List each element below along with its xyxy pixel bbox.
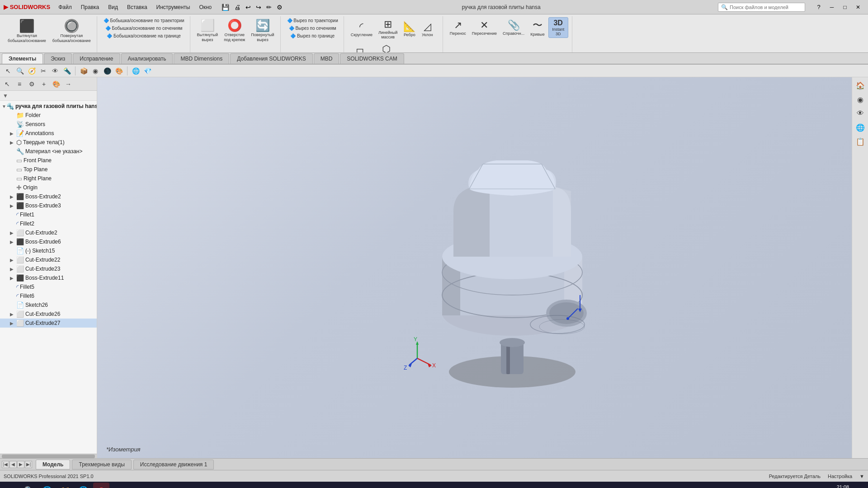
tree-item-boss-extrude11[interactable]: ▶ ⬛ Boss-Extrude11 xyxy=(0,273,97,282)
tree-item-boss-extrude2[interactable]: ▶ ⬛ Boss-Extrude2 xyxy=(0,192,97,201)
revolve-cut-button[interactable]: 🔄 Повернутыйвырез xyxy=(249,17,276,44)
undo-icon[interactable]: ↩ xyxy=(244,3,253,12)
tree-item-cut-extrude27[interactable]: ▶ ⬜ Cut-Extrude27 xyxy=(0,319,97,328)
system-clock[interactable]: 21:08 11.01.2022 xyxy=(830,484,855,488)
tree-item-cut-extrude26[interactable]: ▶ ⬜ Cut-Extrude26 xyxy=(0,310,97,319)
tab-analyze[interactable]: Анализировать xyxy=(121,53,173,64)
view-selector[interactable]: 📦 xyxy=(78,66,89,76)
bottom-tab-3dviews[interactable]: Трехмерные виды xyxy=(72,460,131,469)
quick-print-icon[interactable]: 🖨 xyxy=(232,3,242,12)
chrome-button[interactable]: 🌐 xyxy=(75,483,91,488)
restore-button[interactable]: □ xyxy=(839,2,851,12)
setting-dropdown-icon[interactable]: ▼ xyxy=(859,474,864,479)
tree-item-origin[interactable]: ✚ Origin xyxy=(0,183,97,192)
sweep-boss-button[interactable]: 🔷 Бобышка/основание по траектории xyxy=(102,17,186,24)
display-style[interactable]: ◉ xyxy=(90,66,101,76)
expand-root[interactable]: ▼ xyxy=(2,104,6,109)
tree-item-right-plane[interactable]: ▭ Right Plane xyxy=(0,174,97,183)
custom-manager[interactable]: → xyxy=(63,79,74,89)
appearance-manager[interactable]: 🎨 xyxy=(51,79,61,89)
section-button[interactable]: ✂ xyxy=(38,66,49,76)
tree-item-fillet1[interactable]: ◜ Fillet1 xyxy=(0,210,97,219)
tree-item-cut-extrude2[interactable]: ▶ ⬜ Cut-Extrude2 xyxy=(0,228,97,237)
magnifier-button[interactable]: 🔍 xyxy=(14,66,25,76)
tab-cam[interactable]: SOLIDWORKS CAM xyxy=(340,53,404,64)
search-box[interactable]: 🔍 xyxy=(718,3,805,12)
scroll-thumb[interactable] xyxy=(2,455,95,458)
menu-file[interactable]: Файл xyxy=(54,2,76,12)
ref-geom-button[interactable]: 📎 Справочн... xyxy=(500,17,527,38)
bottom-tab-motion[interactable]: Исследование движения 1 xyxy=(133,460,214,469)
tree-item-fillet6[interactable]: ◜ Fillet6 xyxy=(0,291,97,300)
3d-viewport[interactable]: Y X Z *Изометрия xyxy=(97,77,852,458)
fillet-button[interactable]: ◜ Скругление xyxy=(349,17,375,41)
view-orient-button[interactable]: 🏠 xyxy=(854,79,867,92)
tree-item-cut-extrude22[interactable]: ▶ ⬜ Cut-Extrude22 xyxy=(0,255,97,264)
tree-item-top-plane[interactable]: ▭ Top Plane xyxy=(0,165,97,174)
tab-last-button[interactable]: ▶| xyxy=(25,461,32,468)
redo-icon[interactable]: ↪ xyxy=(254,3,263,12)
tree-item-sensors[interactable]: 📡 Sensors xyxy=(0,120,97,129)
tree-item-cut-extrude23[interactable]: ▶ ⬜ Cut-Extrude23 xyxy=(0,264,97,273)
menu-tools[interactable]: Инструменты xyxy=(152,2,195,12)
start-button[interactable]: ⊞ xyxy=(3,483,19,488)
linear-pattern-button[interactable]: ⊞ Линейныймассив xyxy=(376,17,400,41)
sketch-mode-icon[interactable]: ✏ xyxy=(264,3,274,12)
boundary-cut-button[interactable]: 🔷 Вырез по границе xyxy=(288,33,336,39)
tab-next-button[interactable]: ▶ xyxy=(17,461,24,468)
shell-button[interactable]: ◻ Оболочка xyxy=(349,42,372,53)
tab-elements[interactable]: Элементы xyxy=(2,53,43,64)
boss-extrude-button[interactable]: ⬛ Вытянутаябобышка/основание xyxy=(5,17,48,45)
tree-item-fillet5[interactable]: ◜ Fillet5 xyxy=(0,282,97,291)
tree-root[interactable]: ▼ 🔩 ручка для газовой плиты hansa (По... xyxy=(0,102,97,111)
help-icon[interactable]: ? xyxy=(812,2,825,12)
quick-save-icon[interactable]: 💾 xyxy=(220,3,231,12)
config-manager[interactable]: + xyxy=(38,79,49,89)
tree-item-boss-extrude3[interactable]: ▶ ⬛ Boss-Extrude3 xyxy=(0,201,97,210)
scene-button[interactable]: 🌐 xyxy=(130,66,141,76)
display-mode-button[interactable]: ◉ xyxy=(854,93,867,106)
tree-item-material[interactable]: 🔧 Материал <не указан> xyxy=(0,147,97,156)
tree-item-sketch26[interactable]: 📄 Sketch26 xyxy=(0,300,97,310)
shadows-button[interactable]: 🌑 xyxy=(102,66,113,76)
list-view[interactable]: ≡ xyxy=(14,79,25,89)
close-button[interactable]: ✕ xyxy=(852,2,864,12)
minimize-button[interactable]: ─ xyxy=(826,2,838,12)
tab-mbd[interactable]: MBD xyxy=(314,53,340,64)
loft-cut-button[interactable]: 🔷 Вырез по сечениям xyxy=(287,25,338,32)
hole-wizard-button[interactable]: ⭕ Отверстиепод крепеж xyxy=(222,17,247,44)
mirror-button[interactable]: ⬡ Зеркальноеотражение xyxy=(373,42,400,53)
rib-button[interactable]: 📐 Ребро xyxy=(401,17,418,41)
menu-view[interactable]: Вид xyxy=(104,2,123,12)
options-icon[interactable]: ⚙ xyxy=(275,3,284,12)
search-button[interactable]: 🔍 xyxy=(21,483,37,488)
scene-button-r[interactable]: 📋 xyxy=(854,135,867,148)
tab-sketch[interactable]: Эскиз xyxy=(44,53,72,64)
tree-item-fillet2[interactable]: ◜ Fillet2 xyxy=(0,219,97,228)
tree-item-annotations[interactable]: ▶ 📝 Annotations xyxy=(0,129,97,138)
tree-item-solid-bodies[interactable]: ▶ ⬡ Твердые тела(1) xyxy=(0,138,97,147)
display-button[interactable]: 👁 xyxy=(50,66,61,76)
boundary-boss-button[interactable]: 🔷 Бобышка/основание на границе xyxy=(105,33,183,39)
menu-insert[interactable]: Вставка xyxy=(123,2,152,12)
instant3d-button[interactable]: 3D Instant3D xyxy=(548,17,568,38)
tab-prev-button[interactable]: ◀ xyxy=(9,461,17,468)
bottom-tab-model[interactable]: Модель xyxy=(36,460,70,469)
revolve-boss-button[interactable]: 🔘 Повернутаябобышка/основание xyxy=(50,17,93,45)
solidworks-taskbar-button[interactable]: S xyxy=(93,483,109,488)
tree-item-front-plane[interactable]: ▭ Front Plane xyxy=(0,156,97,165)
tab-first-button[interactable]: |◀ xyxy=(2,461,9,468)
search-input[interactable] xyxy=(730,5,802,10)
intersect-button[interactable]: ✕ Пересечение xyxy=(470,17,499,38)
menu-window[interactable]: Окно xyxy=(194,2,216,12)
sweep-cut-button[interactable]: 🔷 Вырез по траектории xyxy=(285,17,340,24)
appearance-button-r[interactable]: 🌐 xyxy=(854,121,867,134)
property-manager[interactable]: ⚙ xyxy=(26,79,37,89)
menu-edit[interactable]: Правка xyxy=(76,2,104,12)
draft-button[interactable]: ◿ Уклон xyxy=(419,17,435,41)
h-scrollbar[interactable] xyxy=(0,454,97,458)
move-button[interactable]: ↗ Перенос xyxy=(448,17,468,38)
tab-mbd-dim[interactable]: MBD Dimensions xyxy=(174,53,229,64)
tab-addins[interactable]: Добавления SOLIDWORKS xyxy=(230,53,313,64)
hide-button[interactable]: 🔦 xyxy=(61,66,72,76)
